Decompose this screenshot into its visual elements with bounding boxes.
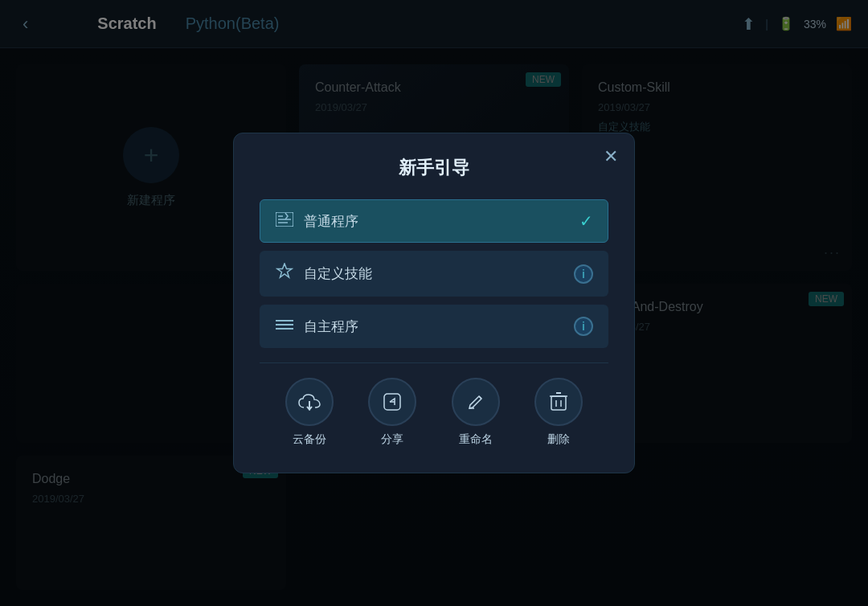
share-button[interactable]: 分享 (368, 378, 416, 447)
overlay: 新手引导 ✕ 普通程序 ✓ (0, 0, 868, 606)
svg-rect-13 (551, 396, 566, 410)
dialog-close-button[interactable]: ✕ (604, 146, 618, 167)
option-label-normal: 普通程序 (304, 212, 358, 231)
option-normal-program[interactable]: 普通程序 ✓ (260, 199, 608, 243)
check-icon: ✓ (579, 211, 593, 231)
auto-program-icon (275, 318, 294, 335)
option-custom-skill[interactable]: 自定义技能 i (260, 251, 608, 297)
share-circle (368, 378, 416, 426)
dialog-divider (260, 362, 608, 363)
option-label-auto: 自主程序 (304, 317, 358, 336)
delete-label: 删除 (547, 432, 570, 447)
rename-button[interactable]: 重命名 (452, 378, 500, 447)
option-left: 普通程序 (275, 212, 358, 231)
cloud-backup-button[interactable]: 云备份 (285, 378, 334, 447)
delete-button[interactable]: 删除 (534, 378, 583, 447)
info-icon-custom[interactable]: i (574, 264, 593, 284)
rename-circle (452, 378, 500, 426)
option-auto-program[interactable]: 自主程序 i (260, 305, 608, 348)
delete-circle (534, 378, 583, 426)
cloud-backup-circle (285, 378, 334, 426)
normal-program-icon (275, 212, 294, 231)
option-left: 自主程序 (275, 317, 358, 336)
option-label-custom: 自定义技能 (304, 264, 372, 283)
custom-skill-icon (275, 263, 294, 285)
dialog-title: 新手引导 (260, 156, 608, 180)
svg-marker-4 (277, 264, 292, 277)
dialog: 新手引导 ✕ 普通程序 ✓ (233, 133, 635, 473)
action-row: 云备份 分享 (260, 378, 608, 447)
cloud-backup-label: 云备份 (293, 432, 326, 447)
rename-label: 重命名 (459, 432, 493, 447)
info-icon-auto[interactable]: i (574, 317, 593, 336)
share-label: 分享 (381, 432, 403, 447)
option-left: 自定义技能 (275, 263, 372, 285)
svg-line-11 (479, 396, 481, 399)
